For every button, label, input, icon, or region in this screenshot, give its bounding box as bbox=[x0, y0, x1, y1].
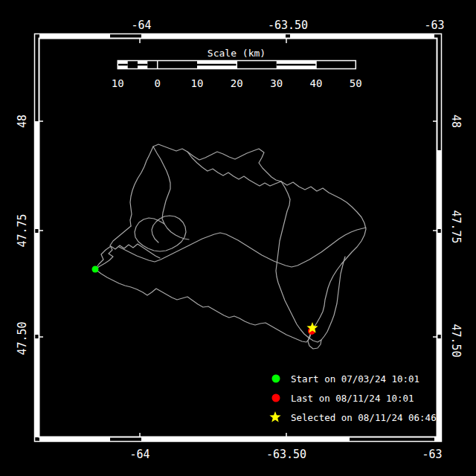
scale-bar-stripe bbox=[138, 64, 147, 65]
frame-band bbox=[34, 338, 39, 437]
last-dot-icon bbox=[272, 394, 280, 402]
scale-tick-label: 30 bbox=[270, 77, 283, 89]
frame-band bbox=[141, 34, 286, 39]
scale-tick-label: 50 bbox=[350, 77, 362, 89]
scale-bar-title: Scale (km) bbox=[208, 48, 266, 59]
frame-band bbox=[290, 34, 434, 39]
start-marker[interactable] bbox=[92, 266, 99, 273]
scale-tick-label: 10 bbox=[112, 77, 124, 89]
legend-row-selected: Selected on 08/11/24 06:46 bbox=[269, 411, 436, 423]
frame-band bbox=[39, 34, 110, 39]
frame-band bbox=[434, 437, 442, 442]
axis-label-right-2: 47.50 bbox=[449, 324, 463, 357]
legend-selected-label: Selected on 08/11/24 06:46 bbox=[291, 412, 437, 423]
frame-band bbox=[34, 121, 39, 229]
axis-label-left-2: 47.50 bbox=[16, 321, 29, 355]
scale-bar-stripe bbox=[118, 64, 127, 65]
scale-tick-label: 40 bbox=[310, 77, 323, 89]
axis-label-left-1: 47.75 bbox=[16, 213, 29, 247]
axis-label-top-0: -64 bbox=[131, 19, 151, 32]
axis-label-left-0: 48 bbox=[16, 115, 29, 128]
legend-start-label: Start on 07/03/24 10:01 bbox=[291, 373, 419, 385]
frame-band bbox=[39, 437, 110, 442]
scale-tick-label: 0 bbox=[154, 77, 160, 89]
legend-row-last: Last on 08/11/24 10:01 bbox=[272, 393, 414, 404]
legend-last-label: Last on 08/11/24 10:01 bbox=[291, 393, 414, 404]
axis-label-top-2: -63 bbox=[424, 19, 444, 32]
frame-band bbox=[34, 233, 39, 335]
frame-band bbox=[437, 233, 442, 335]
plot-background bbox=[0, 0, 476, 476]
scale-bar-stripe bbox=[197, 64, 237, 65]
frame-band bbox=[141, 437, 350, 442]
scale-tick-label: 20 bbox=[231, 77, 243, 89]
legend: Start on 07/03/24 10:01 Last on 08/11/24… bbox=[269, 373, 436, 423]
scale-tick-label: 10 bbox=[191, 77, 204, 89]
frame-band bbox=[437, 150, 442, 229]
axis-label-top-1: -63.50 bbox=[268, 19, 308, 32]
axis-label-bottom-0: -64 bbox=[129, 448, 149, 461]
frame-band bbox=[437, 338, 442, 437]
axis-label-bottom-1: -63.50 bbox=[266, 448, 306, 461]
axis-label-bottom-2: -63 bbox=[422, 448, 442, 461]
axis-label-right-1: 47.75 bbox=[449, 210, 463, 243]
legend-row-start: Start on 07/03/24 10:01 bbox=[272, 373, 420, 385]
start-dot-icon bbox=[272, 375, 280, 383]
tracking-plot: -64 -63.50 -63 -64 -63.50 -63 48 47.75 4… bbox=[0, 0, 476, 476]
axis-label-right-0: 48 bbox=[449, 115, 463, 128]
scale-bar-stripe bbox=[277, 64, 316, 65]
